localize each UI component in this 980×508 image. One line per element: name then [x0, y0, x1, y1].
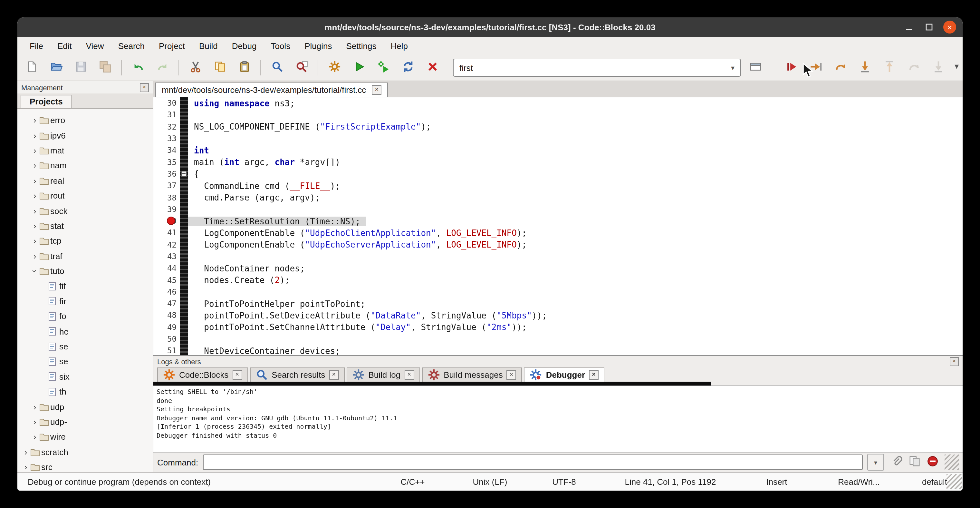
title-bar[interactable]: mnt/dev/tools/source/ns-3-dev/examples/t…: [18, 18, 963, 37]
menu-edit[interactable]: Edit: [50, 38, 79, 54]
tree-item-six[interactable]: six: [18, 369, 153, 384]
tree-item-scratch[interactable]: ›scratch: [18, 444, 153, 460]
line-number[interactable]: 45: [153, 275, 180, 285]
chevron-right-icon[interactable]: ›: [30, 251, 39, 261]
chevron-right-icon[interactable]: ›: [30, 402, 39, 412]
menu-build[interactable]: Build: [192, 38, 225, 54]
chevron-down-icon[interactable]: ▾: [731, 64, 735, 72]
tree-item-sock[interactable]: ›sock: [18, 204, 153, 218]
cut-button[interactable]: [186, 59, 204, 77]
menu-help[interactable]: Help: [383, 38, 415, 54]
command-attach-button[interactable]: [889, 454, 904, 470]
tree-item-stat[interactable]: ›stat: [18, 218, 153, 233]
tree-item-th[interactable]: th: [18, 384, 153, 400]
menu-tools[interactable]: Tools: [264, 38, 298, 54]
line-number[interactable]: 44: [153, 264, 180, 273]
tree-item-ipv6[interactable]: ›ipv6: [18, 128, 153, 143]
line-number[interactable]: 33: [153, 134, 180, 143]
command-stop-button[interactable]: [924, 454, 940, 470]
select-target-button[interactable]: [746, 59, 764, 77]
toolbar-overflow-button[interactable]: ▾: [955, 61, 959, 71]
find-button[interactable]: [268, 59, 286, 77]
save-file-button[interactable]: [72, 59, 89, 77]
line-number[interactable]: 32: [153, 122, 180, 131]
tree-item-erro[interactable]: ›erro: [18, 113, 153, 128]
paste-button[interactable]: [235, 59, 253, 77]
build-button[interactable]: [325, 59, 344, 77]
tab-debugger[interactable]: Debugger×: [524, 368, 605, 382]
step-into-instruction-button[interactable]: [929, 59, 947, 77]
close-icon[interactable]: ×: [140, 83, 149, 92]
tree-item-traf[interactable]: ›traf: [18, 248, 153, 264]
tab-build-log[interactable]: Build log×: [346, 368, 420, 382]
tree-item-se[interactable]: se: [18, 339, 153, 354]
tree-item-real[interactable]: ›real: [18, 173, 153, 188]
chevron-right-icon[interactable]: ›: [21, 462, 30, 472]
command-dropdown-button[interactable]: ▾: [867, 454, 884, 471]
tree-item-fir[interactable]: fir: [18, 294, 153, 309]
chevron-right-icon[interactable]: ›: [30, 191, 39, 201]
line-number[interactable]: 43: [153, 252, 180, 261]
step-into-button[interactable]: [856, 59, 874, 77]
close-icon[interactable]: ×: [232, 370, 242, 380]
line-number[interactable]: 31: [153, 111, 180, 119]
chevron-right-icon[interactable]: ›: [30, 432, 39, 442]
close-icon[interactable]: ×: [943, 21, 956, 33]
tree-item-se[interactable]: se: [18, 354, 153, 369]
rebuild-button[interactable]: [399, 59, 417, 77]
chevron-right-icon[interactable]: ›: [30, 131, 39, 140]
open-file-button[interactable]: [47, 59, 65, 77]
copy-button[interactable]: [211, 59, 229, 77]
line-number[interactable]: 34: [153, 146, 180, 155]
close-icon[interactable]: ×: [404, 370, 414, 380]
tree-item-fif[interactable]: fif: [18, 279, 153, 294]
step-out-button[interactable]: [880, 59, 898, 77]
search-combobox[interactable]: first▾: [453, 59, 741, 77]
menu-search[interactable]: Search: [111, 38, 152, 54]
tree-item-src[interactable]: ›src: [18, 460, 153, 472]
minimize-icon[interactable]: [903, 21, 915, 33]
resize-grip[interactable]: [945, 454, 959, 470]
chevron-right-icon[interactable]: ›: [30, 161, 39, 170]
tree-item-tcp[interactable]: ›tcp: [18, 233, 153, 248]
line-number[interactable]: 51: [153, 347, 180, 355]
abort-build-button[interactable]: [423, 59, 441, 77]
save-all-button[interactable]: [96, 59, 114, 77]
menu-debug[interactable]: Debug: [225, 38, 264, 54]
close-icon[interactable]: ×: [589, 370, 598, 380]
tab-build-messages[interactable]: Build messages×: [422, 368, 522, 382]
fold-marker-icon[interactable]: [181, 171, 187, 177]
debugger-log[interactable]: Setting SHELL to '/bin/sh'doneSetting br…: [153, 385, 963, 452]
find-in-files-button[interactable]: [293, 59, 310, 77]
chevron-right-icon[interactable]: ›: [21, 447, 30, 457]
close-icon[interactable]: ×: [950, 357, 959, 366]
line-number[interactable]: 38: [153, 193, 180, 202]
menu-view[interactable]: View: [79, 38, 111, 54]
next-line-button[interactable]: [831, 59, 849, 77]
command-copy-button[interactable]: [907, 454, 922, 470]
tab-projects[interactable]: Projects: [21, 95, 72, 108]
close-icon[interactable]: ×: [507, 370, 516, 380]
build-and-run-button[interactable]: [374, 59, 392, 77]
tree-item-udp[interactable]: ›udp-: [18, 414, 153, 430]
tree-item-mat[interactable]: ›mat: [18, 143, 153, 158]
tab-search-results[interactable]: Search results×: [250, 368, 344, 382]
tree-item-tuto[interactable]: ›tuto: [18, 264, 153, 279]
line-number[interactable]: 35: [153, 158, 180, 167]
line-number[interactable]: 42: [153, 240, 180, 249]
undo-button[interactable]: [129, 59, 147, 77]
tree-item-nam[interactable]: ›nam: [18, 158, 153, 173]
line-number[interactable]: 41: [153, 229, 180, 237]
line-number[interactable]: 39: [153, 205, 180, 214]
command-input[interactable]: [203, 454, 863, 470]
chevron-right-icon[interactable]: ›: [30, 206, 39, 216]
menu-file[interactable]: File: [22, 38, 50, 54]
chevron-right-icon[interactable]: ›: [30, 146, 39, 155]
chevron-down-icon[interactable]: ›: [30, 267, 40, 275]
chevron-right-icon[interactable]: ›: [30, 221, 39, 231]
close-icon[interactable]: ×: [329, 370, 339, 380]
tab-first-cc[interactable]: mnt/dev/tools/source/ns-3-dev/examples/t…: [155, 83, 388, 97]
menu-plugins[interactable]: Plugins: [298, 38, 339, 54]
tree-item-fo[interactable]: fo: [18, 309, 153, 324]
line-number[interactable]: 47: [153, 299, 180, 308]
